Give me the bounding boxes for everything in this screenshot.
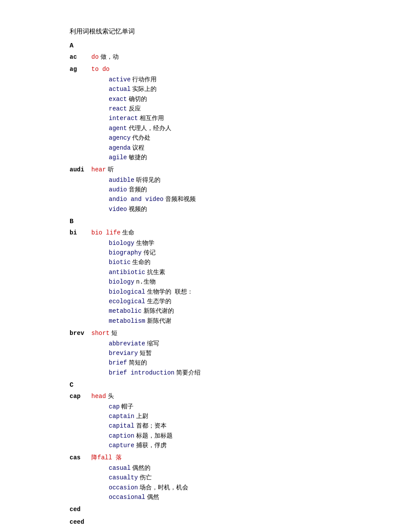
word-item: capital首都；资本 bbox=[109, 421, 385, 431]
word-english: interact bbox=[109, 115, 138, 122]
section-letter: C bbox=[70, 380, 385, 391]
word-english: brief bbox=[109, 359, 127, 366]
root-block: ceed bbox=[70, 517, 385, 527]
word-chinese: 上尉 bbox=[136, 413, 148, 420]
root-meaning-en: bio life bbox=[91, 228, 120, 238]
root-line: ced bbox=[70, 505, 385, 514]
word-english: occasion bbox=[109, 484, 138, 491]
word-chinese: 新陈代谢 bbox=[147, 318, 171, 325]
word-chinese: 代理人，经办人 bbox=[129, 125, 171, 132]
root-meaning-zh: 头 bbox=[108, 391, 114, 401]
root-block: cas降fall 落 casual偶然的casualty伤亡occasion场合… bbox=[70, 453, 385, 502]
root-meaning-zh: 生命 bbox=[122, 228, 134, 238]
word-item: occasional偶然 bbox=[109, 492, 385, 502]
word-chinese: 抗生素 bbox=[147, 269, 165, 276]
word-english: occasional bbox=[109, 494, 145, 501]
word-item: cap帽子 bbox=[109, 402, 385, 412]
word-english: video bbox=[109, 206, 127, 213]
root-block: audihear 听audible听得见的audio音频的andio and v… bbox=[70, 165, 385, 214]
root-block: ced bbox=[70, 505, 385, 514]
word-item: caption标题，加标题 bbox=[109, 431, 385, 441]
root-key: ced bbox=[70, 505, 91, 514]
root-line: cas降fall 落 bbox=[70, 453, 385, 462]
root-line: brevshort 短 bbox=[70, 328, 385, 338]
word-chinese: 伤亡 bbox=[140, 474, 152, 481]
word-english: casual bbox=[109, 465, 130, 472]
word-chinese: 生物学 bbox=[136, 240, 154, 247]
word-chinese: 确切的 bbox=[129, 96, 147, 103]
word-item: abbreviate缩写 bbox=[109, 339, 385, 348]
word-english: ecological bbox=[109, 298, 145, 305]
section-A: Aacdo 做，动agto do active行动作用actual实际上的exa… bbox=[70, 41, 385, 214]
word-english: agile bbox=[109, 154, 127, 161]
word-chinese: 缩写 bbox=[147, 340, 159, 347]
page-title: 利用词根线索记忆单词 bbox=[70, 26, 385, 37]
word-english: capture bbox=[109, 442, 134, 449]
word-english: biology bbox=[109, 278, 134, 285]
word-english: metabolism bbox=[109, 318, 145, 325]
word-item: brief introduction简要介绍 bbox=[109, 368, 385, 378]
word-english: audible bbox=[109, 177, 134, 184]
word-chinese: 生命的 bbox=[132, 259, 150, 266]
root-block: bibio life 生命biology生物学biography传记biotic… bbox=[70, 228, 385, 326]
word-item: captain上尉 bbox=[109, 412, 385, 421]
root-meaning-en: to do bbox=[91, 64, 110, 74]
word-english: biography bbox=[109, 249, 142, 256]
word-english: audio bbox=[109, 186, 127, 193]
word-chinese: 敏捷的 bbox=[129, 154, 147, 161]
word-chinese: 行动作用 bbox=[132, 76, 157, 83]
word-english: antibiotic bbox=[109, 269, 145, 276]
word-english: caption bbox=[109, 432, 134, 439]
word-chinese: 偶然 bbox=[147, 494, 159, 501]
root-block: acdo 做，动 bbox=[70, 52, 385, 62]
word-chinese: 捕获，俘虏 bbox=[136, 442, 167, 449]
word-chinese: 反应 bbox=[129, 105, 141, 112]
word-english: exact bbox=[109, 96, 127, 103]
word-item: biology生物学 bbox=[109, 238, 385, 248]
root-block: agto do active行动作用actual实际上的exact确切的reac… bbox=[70, 64, 385, 162]
word-item: ecological生态学的 bbox=[109, 297, 385, 306]
word-chinese: 生物学的 联想： bbox=[147, 288, 193, 295]
root-key: bi bbox=[70, 228, 91, 238]
word-chinese: 听得见的 bbox=[136, 177, 160, 184]
word-english: abbreviate bbox=[109, 340, 145, 347]
word-chinese: 偶然的 bbox=[132, 465, 150, 472]
word-chinese: 相互作用 bbox=[140, 115, 164, 122]
word-chinese: 音频的 bbox=[129, 186, 147, 193]
root-line: caphead 头 bbox=[70, 391, 385, 401]
word-item: brief简短的 bbox=[109, 358, 385, 368]
word-chinese: 传记 bbox=[144, 249, 156, 256]
word-english: react bbox=[109, 105, 127, 112]
word-english: biology bbox=[109, 240, 134, 247]
word-item: occasion场合，时机，机会 bbox=[109, 483, 385, 492]
word-item: metabolic新陈代谢的 bbox=[109, 306, 385, 316]
word-item: audio音频的 bbox=[109, 185, 385, 194]
word-list: casual偶然的casualty伤亡occasion场合，时机，机会occas… bbox=[109, 463, 385, 502]
word-item: andio and video音频和视频 bbox=[109, 194, 385, 204]
word-item: react反应 bbox=[109, 104, 385, 114]
word-english: biotic bbox=[109, 259, 130, 266]
word-english: cap bbox=[109, 403, 120, 410]
root-key: brev bbox=[70, 328, 91, 338]
root-meaning-en: do bbox=[91, 52, 99, 62]
word-english: brief introduction bbox=[109, 369, 174, 376]
section-C: Ccaphead 头cap帽子captain上尉capital首都；资本capt… bbox=[70, 380, 385, 527]
root-block: caphead 头cap帽子captain上尉capital首都；资本capti… bbox=[70, 391, 385, 450]
word-english: active bbox=[109, 76, 130, 83]
word-chinese: 音频和视频 bbox=[165, 196, 196, 203]
word-english: capital bbox=[109, 422, 134, 429]
word-english: agency bbox=[109, 134, 130, 141]
word-chinese: 帽子 bbox=[121, 403, 134, 410]
word-chinese: 代办处 bbox=[132, 134, 150, 141]
word-item: breviary短暂 bbox=[109, 348, 385, 358]
root-meaning-zh: 做，动 bbox=[100, 52, 119, 62]
word-chinese: 短暂 bbox=[140, 350, 152, 357]
word-chinese: 议程 bbox=[132, 144, 144, 151]
root-key: ceed bbox=[70, 517, 91, 527]
word-item: biologyn.生物 bbox=[109, 277, 385, 287]
root-key: cap bbox=[70, 391, 91, 401]
word-list: audible听得见的audio音频的andio and video音频和视频v… bbox=[109, 175, 385, 214]
word-english: agenda bbox=[109, 144, 130, 151]
root-key: ag bbox=[70, 64, 91, 74]
root-meaning-zh: 短 bbox=[111, 328, 117, 338]
